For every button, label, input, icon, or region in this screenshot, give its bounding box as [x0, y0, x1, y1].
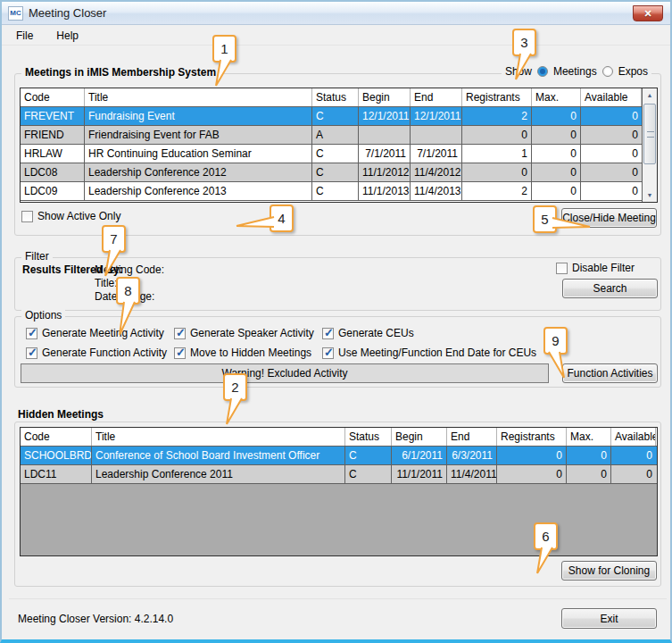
warning-excluded-activity-banner: Warning! Excluded Activity: [21, 363, 549, 383]
app-window: MC Meeting Closer ✕ File Help Meetings i…: [0, 0, 672, 643]
generate-ceus-checkbox[interactable]: Generate CEUs: [322, 327, 414, 339]
checkbox-label: Move to Hidden Meetings: [190, 347, 311, 359]
callout-4: 4: [270, 205, 294, 232]
table-row[interactable]: LDC09 Leadership Conference 2013 C 11/1/…: [21, 182, 642, 201]
vertical-scrollbar[interactable]: ▲ ▼: [642, 88, 657, 202]
cell-code: LDC11: [21, 465, 92, 483]
disable-filter-label: Disable Filter: [572, 262, 635, 274]
callout-number: 6: [542, 529, 549, 544]
cell-status: C: [312, 107, 359, 125]
search-button[interactable]: Search: [562, 279, 658, 298]
options-group-title: Options: [21, 309, 65, 322]
filter-title-label: Title:: [95, 277, 118, 289]
cell-registrants: 0: [462, 163, 532, 181]
callout-8: 8: [116, 277, 140, 305]
cell-code: FREVENT: [21, 107, 85, 125]
cell-max: 0: [532, 145, 581, 163]
table-row[interactable]: LDC08 Leadership Conference 2012 C 11/1/…: [21, 163, 642, 182]
col-title[interactable]: Title: [92, 428, 345, 446]
col-available[interactable]: Available: [611, 428, 656, 446]
col-title[interactable]: Title: [85, 88, 312, 106]
callout-tail-icon: [512, 53, 534, 81]
cell-available: 0: [581, 182, 642, 200]
cell-status: C: [345, 465, 392, 483]
cell-available: 0: [581, 126, 642, 144]
callout-number: 4: [278, 211, 285, 226]
cell-max: 0: [567, 447, 611, 464]
callout-number: 9: [552, 333, 559, 348]
callout-tail-icon: [235, 214, 276, 230]
generate-meeting-activity-checkbox[interactable]: Generate Meeting Activity: [26, 327, 164, 339]
callout-7: 7: [102, 225, 126, 253]
cell-end: 7/1/2011: [411, 145, 462, 163]
cell-title: HR Continuing Education Seminar: [85, 145, 312, 163]
cell-code: LDC09: [21, 182, 85, 200]
table-row[interactable]: HRLAW HR Continuing Education Seminar C …: [21, 145, 642, 163]
scroll-down-icon[interactable]: ▼: [643, 188, 657, 202]
app-icon: MC: [8, 6, 23, 21]
col-begin[interactable]: Begin: [359, 88, 411, 106]
cell-status: C: [312, 163, 359, 181]
checkbox-checked-icon: [322, 347, 334, 359]
radio-expos[interactable]: [602, 66, 613, 77]
cell-code: FRIEND: [21, 126, 85, 144]
radio-meetings[interactable]: [537, 66, 548, 77]
window-title: Meeting Closer: [29, 6, 106, 20]
cell-end: [411, 126, 462, 144]
callout-3: 3: [512, 29, 536, 56]
cell-max: 0: [532, 163, 581, 181]
table-row[interactable]: FRIEND Friendraising Event for FAB A 0 0…: [21, 126, 642, 145]
cell-code: SCHOOLBRD: [21, 447, 92, 464]
move-to-hidden-meetings-checkbox[interactable]: Move to Hidden Meetings: [174, 347, 311, 359]
footer-divider: [9, 598, 667, 599]
checkbox-label: Generate Function Activity: [42, 347, 167, 359]
close-button[interactable]: ✕: [633, 5, 663, 21]
hidden-table-header: Code Title Status Begin End Registrants …: [21, 428, 657, 447]
menu-help[interactable]: Help: [47, 28, 87, 44]
checkbox-label: Generate CEUs: [338, 327, 414, 339]
callout-tail-icon: [223, 397, 245, 426]
callout-2: 2: [223, 373, 247, 401]
col-registrants[interactable]: Registrants: [462, 88, 532, 106]
col-registrants[interactable]: Registrants: [497, 428, 567, 446]
callout-number: 1: [220, 41, 228, 56]
table-row[interactable]: LDC11 Leadership Conference 2011 C 11/1/…: [21, 465, 657, 484]
cell-title: Leadership Conference 2011: [92, 465, 345, 483]
menu-file[interactable]: File: [7, 28, 42, 44]
function-activities-button[interactable]: Function Activities: [562, 363, 658, 383]
use-end-date-for-ceus-checkbox[interactable]: Use Meeting/Function End Date for CEUs: [322, 347, 536, 359]
col-max[interactable]: Max.: [567, 428, 611, 446]
cell-end: 11/4/2013: [411, 182, 462, 200]
col-end[interactable]: End: [447, 428, 497, 446]
hidden-meetings-table: Code Title Status Begin End Registrants …: [20, 427, 658, 556]
cell-code: HRLAW: [21, 145, 85, 163]
col-available[interactable]: Available: [581, 88, 642, 106]
cell-end: 11/4/2011: [447, 465, 497, 483]
col-code[interactable]: Code: [21, 88, 85, 106]
table-row[interactable]: SCHOOLBRD Conference of School Board Inv…: [21, 447, 657, 465]
col-status[interactable]: Status: [312, 88, 359, 106]
col-status[interactable]: Status: [345, 428, 392, 446]
cell-status: C: [312, 145, 359, 163]
show-active-only-checkbox[interactable]: Show Active Only: [21, 210, 120, 222]
col-begin[interactable]: Begin: [392, 428, 447, 446]
callout-9: 9: [543, 327, 568, 355]
col-end[interactable]: End: [411, 88, 462, 106]
empty-table-area: [21, 484, 657, 555]
generate-function-activity-checkbox[interactable]: Generate Function Activity: [26, 347, 167, 359]
cell-begin: 11/1/2012: [359, 163, 411, 181]
generate-speaker-activity-checkbox[interactable]: Generate Speaker Activity: [174, 327, 314, 339]
show-for-cloning-button[interactable]: Show for Cloning: [561, 561, 657, 580]
disable-filter-checkbox[interactable]: Disable Filter: [556, 262, 635, 274]
cell-available: 0: [581, 107, 642, 125]
col-max[interactable]: Max.: [532, 88, 581, 106]
scroll-up-icon[interactable]: ▲: [643, 88, 657, 102]
meetings-table-header: Code Title Status Begin End Registrants …: [21, 88, 642, 107]
exit-button[interactable]: Exit: [561, 608, 657, 629]
col-code[interactable]: Code: [21, 428, 92, 446]
close-icon: ✕: [643, 8, 651, 20]
table-row[interactable]: FREVENT Fundraising Event C 12/1/2011 12…: [21, 107, 642, 126]
scrollbar-thumb[interactable]: [643, 104, 656, 164]
menu-bar: File Help: [2, 26, 670, 46]
cell-code: LDC08: [21, 163, 85, 181]
